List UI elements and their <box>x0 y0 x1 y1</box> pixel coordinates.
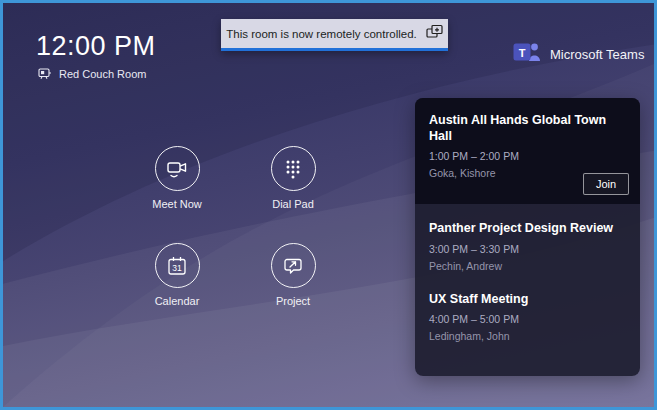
brand-label: Microsoft Teams <box>550 47 644 62</box>
video-camera-icon <box>155 146 200 191</box>
dial-pad-button[interactable]: Dial Pad <box>247 146 339 210</box>
meeting-title: Panther Project Design Review <box>429 221 626 237</box>
svg-text:31: 31 <box>172 262 182 272</box>
teams-logo: T <box>512 41 541 67</box>
remote-control-screens-icon <box>426 24 443 43</box>
remote-control-banner: This room is now remotely controlled. <box>221 19 448 51</box>
meeting-organizer: Pechin, Andrew <box>429 260 626 272</box>
upcoming-meetings-list: Panther Project Design Review 3:00 PM – … <box>415 204 640 342</box>
meeting-list-item[interactable]: UX Staff Meeting 4:00 PM – 5:00 PM Ledin… <box>429 292 626 343</box>
project-button[interactable]: Project <box>247 243 339 307</box>
meeting-title: UX Staff Meeting <box>429 292 626 308</box>
meet-now-label: Meet Now <box>152 198 202 210</box>
clock: 12:00 PM <box>36 31 156 62</box>
meet-now-button[interactable]: Meet Now <box>131 146 223 210</box>
calendar-31-icon: 31 <box>155 243 200 288</box>
room-name: Red Couch Room <box>59 68 146 80</box>
calendar-button[interactable]: 31 Calendar <box>131 243 223 307</box>
room-name-row: Red Couch Room <box>38 67 146 80</box>
svg-text:T: T <box>519 47 526 59</box>
meeting-time: 3:00 PM – 3:30 PM <box>429 243 626 255</box>
project-screen-icon <box>271 243 316 288</box>
dial-pad-label: Dial Pad <box>272 198 314 210</box>
banner-message: This room is now remotely controlled. <box>226 28 416 40</box>
project-label: Project <box>276 295 310 307</box>
meeting-title: Austin All Hands Global Town Hall <box>429 113 626 144</box>
meeting-list-item[interactable]: Panther Project Design Review 3:00 PM – … <box>429 221 626 272</box>
join-button[interactable]: Join <box>583 173 629 195</box>
teams-rooms-console: 12:00 PM Red Couch Room This room is now… <box>0 0 657 410</box>
current-meeting-card[interactable]: Austin All Hands Global Town Hall 1:00 P… <box>415 98 640 204</box>
meeting-time: 4:00 PM – 5:00 PM <box>429 313 626 325</box>
dial-pad-dots-icon <box>271 146 316 191</box>
room-display-icon <box>38 67 52 80</box>
meeting-organizer: Ledingham, John <box>429 330 626 342</box>
meetings-panel: Austin All Hands Global Town Hall 1:00 P… <box>415 98 640 376</box>
calendar-label: Calendar <box>155 295 200 307</box>
meeting-time: 1:00 PM – 2:00 PM <box>429 150 626 162</box>
brand: T Microsoft Teams <box>512 41 644 67</box>
